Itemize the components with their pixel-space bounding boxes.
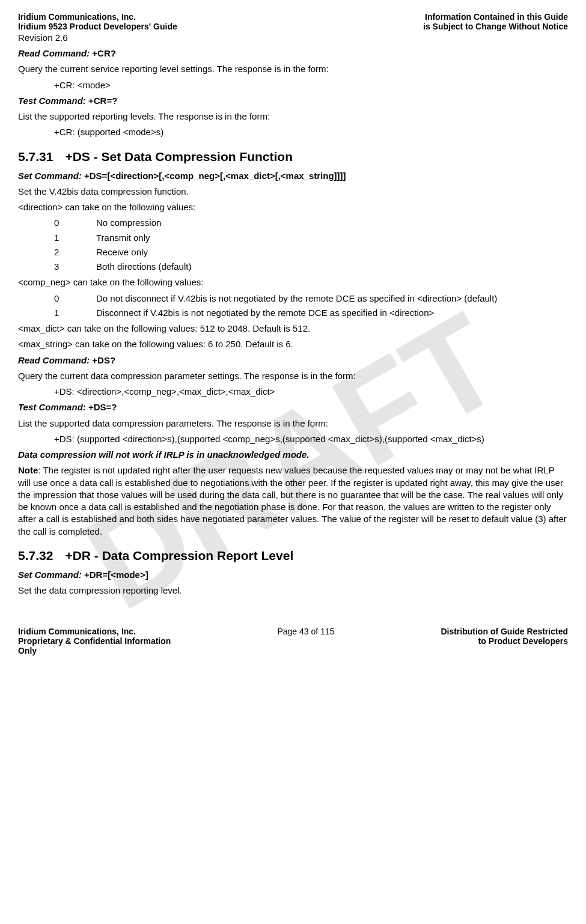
ds-test-cmd: +DS=?	[88, 402, 117, 412]
direction-intro: <direction> can take on the following va…	[18, 201, 568, 213]
compneg-val: Do not disconnect if V.42bis is not nego…	[96, 293, 568, 305]
direction-val: Transmit only	[96, 232, 568, 244]
compneg-intro: <comp_neg> can take on the following val…	[18, 276, 568, 288]
direction-key: 0	[54, 217, 96, 229]
ds-test-label: Test Command:	[18, 402, 88, 412]
direction-row: 2 Receive only	[54, 246, 568, 258]
dr-set-label: Set Command:	[18, 570, 84, 580]
section-5732-heading: 5.7.32+DR - Data Compression Report Leve…	[18, 549, 568, 563]
cr-read-response: +CR: <mode>	[54, 79, 568, 91]
compneg-val: Disconnect if V.42bis is not negotiated …	[96, 307, 568, 319]
footer-distribution-line1: Distribution of Guide Restricted	[441, 627, 568, 636]
footer-company: Iridium Communications, Inc.	[18, 627, 171, 636]
direction-val: No compression	[96, 217, 568, 229]
footer-distribution-line2: to Product Developers	[441, 636, 568, 646]
section-5731-title: +DS - Set Data Compression Function	[65, 150, 293, 163]
ds-set-cmd: +DS=[<direction>[,<comp_neg>[,<max_dict>…	[84, 171, 346, 181]
ds-read-response: +DS: <direction>,<comp_neg>,<max_dict>,<…	[54, 386, 568, 398]
ds-set-desc: Set the V.42bis data compression functio…	[18, 186, 568, 198]
header-company: Iridium Communications, Inc.	[18, 12, 177, 22]
dr-set-command-heading: Set Command: +DR=[<mode>]	[18, 569, 568, 581]
section-5731-num: 5.7.31	[18, 150, 53, 163]
ds-set-label: Set Command:	[18, 171, 84, 181]
cr-read-command-heading: Read Command: +CR?	[18, 47, 568, 59]
cr-read-cmd: +CR?	[92, 48, 116, 58]
header-left: Iridium Communications, Inc. Iridium 952…	[18, 12, 177, 31]
note-body: : The register is not updated right afte…	[18, 465, 567, 536]
compneg-key: 1	[54, 307, 96, 319]
direction-key: 1	[54, 232, 96, 244]
compneg-key: 0	[54, 293, 96, 305]
direction-key: 3	[54, 261, 96, 273]
direction-val: Receive only	[96, 246, 568, 258]
cr-read-desc: Query the current service reporting leve…	[18, 63, 568, 75]
maxdict-text: <max_dict> can take on the following val…	[18, 323, 568, 335]
ds-test-response: +DS: (supported <direction>s),(supported…	[54, 433, 568, 445]
direction-val: Both directions (default)	[96, 261, 568, 273]
ds-test-desc: List the supported data compression para…	[18, 418, 568, 430]
direction-row: 0 No compression	[54, 217, 568, 229]
compneg-row: 0 Do not disconnect if V.42bis is not ne…	[54, 293, 568, 305]
cr-test-cmd: +CR=?	[88, 96, 117, 106]
ds-warning: Data compression will not work if IRLP i…	[18, 449, 568, 461]
ds-note: Note: The register is not updated right …	[18, 464, 568, 538]
ds-read-command-heading: Read Command: +DS?	[18, 354, 568, 366]
header-info-line1: Information Contained in this Guide	[423, 12, 568, 22]
compneg-row: 1 Disconnect if V.42bis is not negotiate…	[54, 307, 568, 319]
ds-read-cmd: +DS?	[92, 355, 115, 365]
cr-test-command-heading: Test Command: +CR=?	[18, 95, 568, 107]
header-right: Information Contained in this Guide is S…	[423, 12, 568, 31]
section-5731-heading: 5.7.31+DS - Set Data Compression Functio…	[18, 150, 568, 164]
note-prefix: Note	[18, 465, 38, 475]
direction-key: 2	[54, 246, 96, 258]
cr-test-label: Test Command:	[18, 96, 88, 106]
cr-test-response: +CR: (supported <mode>s)	[54, 126, 568, 138]
section-5732-num: 5.7.32	[18, 549, 53, 562]
ds-set-command-heading: Set Command: +DS=[<direction>[,<comp_neg…	[18, 170, 568, 182]
cr-test-desc: List the supported reporting levels. The…	[18, 111, 568, 123]
direction-row: 3 Both directions (default)	[54, 261, 568, 273]
ds-read-desc: Query the current data compression param…	[18, 370, 568, 382]
footer-left: Iridium Communications, Inc. Proprietary…	[18, 627, 171, 655]
revision-text: Revision 2.6	[18, 32, 568, 43]
dr-set-desc: Set the data compression reporting level…	[18, 585, 568, 597]
footer-right: Distribution of Guide Restricted to Prod…	[441, 627, 568, 655]
footer-proprietary: Proprietary & Confidential Information	[18, 636, 171, 646]
maxstring-text: <max_string> can take on the following v…	[18, 338, 568, 350]
direction-row: 1 Transmit only	[54, 232, 568, 244]
dr-set-cmd: +DR=[<mode>]	[84, 570, 148, 580]
footer-page-number: Page 43 of 115	[277, 627, 334, 655]
ds-test-command-heading: Test Command: +DS=?	[18, 401, 568, 413]
header-info-line2: is Subject to Change Without Notice	[423, 22, 568, 31]
page-header: Iridium Communications, Inc. Iridium 952…	[18, 12, 568, 31]
cr-read-label: Read Command:	[18, 48, 92, 58]
page-footer: Iridium Communications, Inc. Proprietary…	[18, 627, 568, 655]
section-5732-title: +DR - Data Compression Report Level	[65, 549, 293, 562]
footer-only: Only	[18, 646, 171, 655]
header-guide-title: Iridium 9523 Product Developers' Guide	[18, 22, 177, 31]
ds-read-label: Read Command:	[18, 355, 92, 365]
